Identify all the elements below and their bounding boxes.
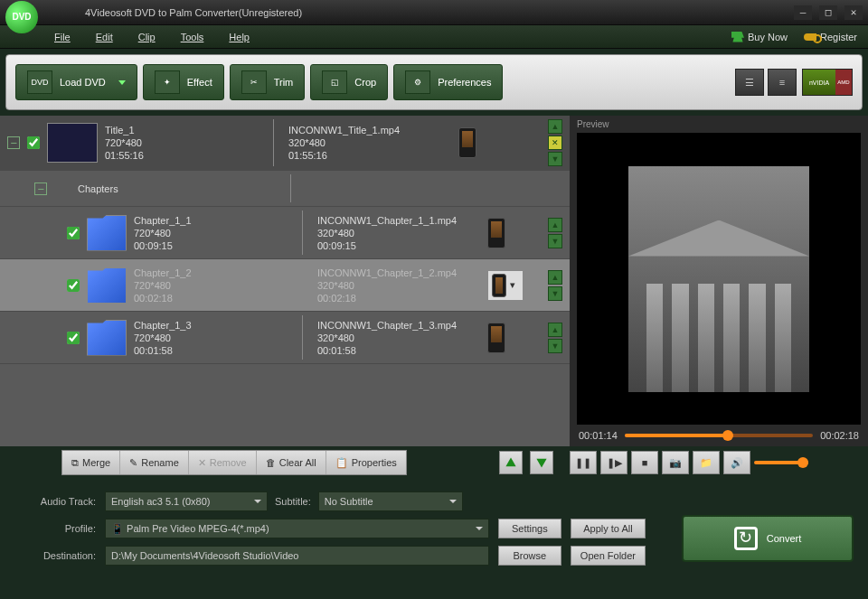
total-time: 00:02:18 — [820, 430, 859, 441]
file-list: − Title_1 720*480 01:55:16 INCONNW1_Titl… — [0, 116, 570, 446]
chapter-out-name: INCONNW1_Chapter_1_1.mp4 — [317, 215, 480, 226]
folder-icon — [87, 215, 127, 251]
settings-button[interactable]: Settings — [498, 519, 561, 538]
menu-file[interactable]: File — [54, 32, 71, 42]
collapse-button[interactable]: − — [7, 136, 20, 149]
chapter-up-button[interactable]: ▲ — [548, 218, 562, 232]
convert-button[interactable]: Convert — [682, 515, 854, 562]
menu-help[interactable]: Help — [229, 32, 250, 42]
open-folder-button[interactable]: Open Folder — [571, 546, 646, 566]
title-row[interactable]: − Title_1 720*480 01:55:16 INCONNW1_Titl… — [0, 116, 570, 171]
move-up-button[interactable] — [499, 451, 523, 474]
title-thumbnail — [47, 123, 98, 163]
title-remove-button[interactable]: ✕ — [548, 136, 562, 150]
snapshot-button[interactable]: 📷 — [662, 451, 689, 474]
chapter-name: Chapter_1_3 — [134, 320, 288, 331]
stop-button[interactable]: ■ — [631, 451, 658, 474]
gpu-badge: nVIDIA AMD — [802, 69, 853, 96]
chapter-up-button[interactable]: ▲ — [548, 270, 562, 285]
title-src-res: 720*480 — [105, 137, 259, 148]
chapter-out-duration: 00:02:18 — [317, 293, 480, 304]
chapter-row[interactable]: Chapter_1_1 720*480 00:09:15 INCONNW1_Ch… — [0, 207, 570, 259]
chapter-checkbox[interactable] — [67, 227, 80, 239]
chapter-checkbox[interactable] — [67, 332, 80, 344]
device-icon — [487, 323, 505, 353]
preview-video[interactable] — [577, 133, 861, 425]
preferences-button[interactable]: ⚙ Preferences — [393, 64, 503, 100]
device-icon: 📱 — [111, 523, 124, 534]
browse-button[interactable]: Browse — [498, 546, 561, 566]
rename-button[interactable]: ✎Rename — [120, 451, 189, 474]
profile-combo[interactable]: 📱 Palm Pre Video MPEG-4(*.mp4) — [105, 519, 489, 538]
chapter-out-duration: 00:09:15 — [317, 240, 480, 251]
audio-track-combo[interactable]: English ac3 5.1 (0x80) — [105, 491, 268, 511]
menu-tools[interactable]: Tools — [181, 32, 204, 42]
chapter-row[interactable]: Chapter_1_2 720*480 00:02:18 INCONNW1_Ch… — [0, 259, 570, 312]
title-out-res: 320*480 — [288, 137, 451, 148]
device-profile-selector[interactable]: ▾ — [487, 270, 524, 301]
cart-icon — [731, 32, 744, 42]
clear-icon: 🗑 — [266, 457, 276, 468]
buy-now-link[interactable]: Buy Now — [731, 32, 788, 42]
chapter-down-button[interactable]: ▼ — [548, 339, 562, 353]
step-button[interactable]: ❚▶ — [600, 451, 627, 474]
key-icon — [804, 33, 816, 41]
pencil-icon: ✎ — [129, 457, 137, 469]
buy-now-label: Buy Now — [748, 32, 788, 42]
maximize-button[interactable]: □ — [819, 5, 837, 20]
crop-icon: ◱ — [322, 70, 347, 94]
title-up-button[interactable]: ▲ — [548, 119, 562, 134]
title-duration: 01:55:16 — [105, 150, 259, 161]
chapter-out-res: 320*480 — [317, 228, 480, 239]
menu-clip[interactable]: Clip — [138, 32, 156, 42]
dvd-icon: DVD — [27, 70, 52, 94]
chapter-checkbox[interactable] — [67, 279, 80, 292]
effect-button[interactable]: ✦ Effect — [143, 64, 224, 100]
chapter-down-button[interactable]: ▼ — [548, 286, 562, 301]
load-dvd-button[interactable]: DVD Load DVD — [15, 64, 137, 100]
title-down-button[interactable]: ▼ — [548, 152, 562, 166]
chapters-header[interactable]: − Chapters — [0, 171, 570, 207]
subtitle-combo[interactable]: No Subtitle — [318, 491, 463, 511]
subtitle-label: Subtitle: — [275, 496, 311, 507]
effect-icon: ✦ — [155, 70, 180, 94]
convert-label: Convert — [767, 533, 802, 544]
current-time: 00:01:14 — [579, 430, 618, 441]
chapters-label: Chapters — [78, 183, 118, 194]
view-detail-button[interactable]: ≡ — [768, 69, 797, 96]
properties-button[interactable]: 📋Properties — [326, 451, 406, 474]
chapter-up-button[interactable]: ▲ — [548, 323, 562, 337]
chapter-name: Chapter_1_1 — [134, 215, 288, 226]
apply-to-all-button[interactable]: Apply to All — [571, 519, 646, 538]
destination-field[interactable]: D:\My Documents\4Videosoft Studio\Video — [105, 546, 489, 566]
menu-edit[interactable]: Edit — [96, 32, 113, 42]
merge-button[interactable]: ⧉Merge — [62, 451, 120, 474]
register-link[interactable]: Register — [804, 32, 857, 42]
properties-icon: 📋 — [335, 457, 348, 469]
nvidia-badge: nVIDIA — [803, 70, 835, 95]
trim-button[interactable]: ✂ Trim — [230, 64, 306, 100]
title-checkbox[interactable] — [27, 136, 40, 149]
chapter-row[interactable]: Chapter_1_3 720*480 00:01:58 INCONNW1_Ch… — [0, 312, 570, 364]
seek-slider[interactable] — [625, 434, 813, 437]
load-dvd-label: Load DVD — [60, 77, 106, 88]
pause-button[interactable]: ❚❚ — [570, 451, 597, 474]
chapters-collapse-button[interactable]: − — [34, 183, 47, 195]
chapter-down-button[interactable]: ▼ — [548, 234, 562, 248]
minimize-button[interactable]: — — [794, 5, 812, 20]
clear-all-button[interactable]: 🗑Clear All — [257, 451, 326, 474]
open-snapshot-folder-button[interactable]: 📁 — [693, 451, 720, 474]
remove-button[interactable]: ✕Remove — [189, 451, 257, 474]
move-down-button[interactable] — [530, 451, 553, 474]
merge-icon: ⧉ — [71, 457, 79, 469]
chapter-duration: 00:02:18 — [134, 293, 288, 304]
view-list-button[interactable]: ☰ — [735, 69, 764, 96]
chapter-duration: 00:01:58 — [134, 345, 288, 356]
mute-button[interactable]: 🔊 — [723, 451, 750, 474]
chapter-src-res: 720*480 — [134, 332, 288, 343]
chapter-name: Chapter_1_2 — [134, 267, 288, 278]
crop-button[interactable]: ◱ Crop — [310, 64, 388, 100]
close-button[interactable]: ✕ — [844, 5, 863, 20]
trim-label: Trim — [274, 77, 294, 88]
volume-slider[interactable] — [754, 461, 808, 464]
